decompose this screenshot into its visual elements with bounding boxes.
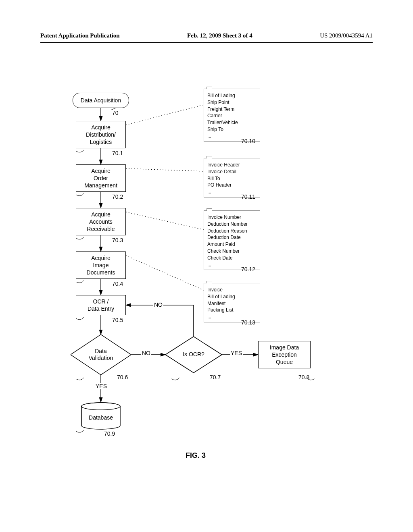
data-70-12-content: Invoice Number Deduction Number Deductio… (204, 211, 260, 270)
ref-70-9: 70.9 (104, 430, 115, 437)
data-70-13-content: Invoice Bill of Lading Manifest Packing … (204, 283, 260, 322)
node-70-6-label: Data Validation (89, 348, 113, 362)
node-70-5-label: OCR / Data Entry (88, 298, 114, 312)
node-70-9: Database (81, 402, 121, 430)
ref-70-10: 70.10 (241, 138, 255, 144)
node-70-2: Acquire Order Management (76, 164, 126, 192)
data-70-10: Bill of Lading Ship Point Freight Term C… (204, 89, 260, 142)
node-70-5: OCR / Data Entry (76, 295, 126, 315)
svg-line-12 (126, 256, 204, 290)
header-left: Patent Application Publication (40, 32, 120, 39)
node-70-7-label: Is OCR? (183, 351, 204, 358)
node-70-9-label: Database (81, 414, 121, 421)
edge-yes-d1: YES (95, 383, 108, 389)
ref-70-13: 70.13 (241, 319, 255, 326)
node-70-7: Is OCR? (165, 337, 222, 373)
edge-no-d2: NO (153, 301, 163, 308)
edge-no-d1: NO (141, 350, 151, 356)
figure-label: FIG. 3 (186, 451, 206, 460)
node-70-1: Acquire Distribution/ Logistics (76, 121, 126, 148)
svg-line-9 (126, 105, 204, 125)
ref-70-7: 70.7 (210, 374, 221, 380)
ref-70-4: 70.4 (112, 281, 123, 287)
data-70-12: Invoice Number Deduction Number Deductio… (204, 210, 260, 270)
ref-70-8: 70.8 (298, 374, 309, 380)
svg-line-11 (126, 212, 204, 230)
ref-70-5: 70.5 (112, 317, 123, 323)
data-70-11: Invoice Header Invoice Detail Bill To PO… (204, 158, 260, 197)
ref-70: 70 (112, 110, 119, 116)
data-70-11-content: Invoice Header Invoice Detail Bill To PO… (204, 158, 260, 197)
page-header: Patent Application Publication Feb. 12, … (40, 32, 373, 39)
svg-line-10 (126, 168, 204, 171)
node-70-2-label: Acquire Order Management (84, 167, 117, 189)
header-divider (40, 42, 373, 43)
edge-yes-d2: YES (230, 350, 243, 356)
node-start: Data Acquisition (73, 93, 129, 108)
node-70-4-label: Acquire Image Documents (87, 254, 115, 276)
node-70-3-label: Acquire Accounts Receivable (87, 211, 115, 233)
header-right: US 2009/0043594 A1 (320, 32, 373, 39)
data-70-13: Invoice Bill of Lading Manifest Packing … (204, 283, 260, 322)
node-start-label: Data Acquisition (81, 97, 121, 104)
node-70-1-label: Acquire Distribution/ Logistics (86, 124, 116, 146)
ref-70-1: 70.1 (112, 150, 123, 156)
ref-70-3: 70.3 (112, 237, 123, 243)
ref-70-11: 70.11 (241, 193, 255, 200)
flowchart-diagram: Data Acquisition 70 Acquire Distribution… (40, 60, 373, 484)
ref-70-12: 70.12 (241, 266, 255, 272)
node-70-8: Image Data Exception Queue (258, 341, 311, 368)
ref-70-2: 70.2 (112, 193, 123, 200)
header-center: Feb. 12, 2009 Sheet 3 of 4 (187, 32, 252, 39)
node-70-6: Data Validation (71, 335, 131, 375)
node-70-4: Acquire Image Documents (76, 251, 126, 279)
ref-70-6: 70.6 (117, 374, 128, 380)
node-70-8-label: Image Data Exception Queue (270, 344, 299, 366)
data-70-10-content: Bill of Lading Ship Point Freight Term C… (204, 89, 260, 141)
node-70-3: Acquire Accounts Receivable (76, 208, 126, 235)
